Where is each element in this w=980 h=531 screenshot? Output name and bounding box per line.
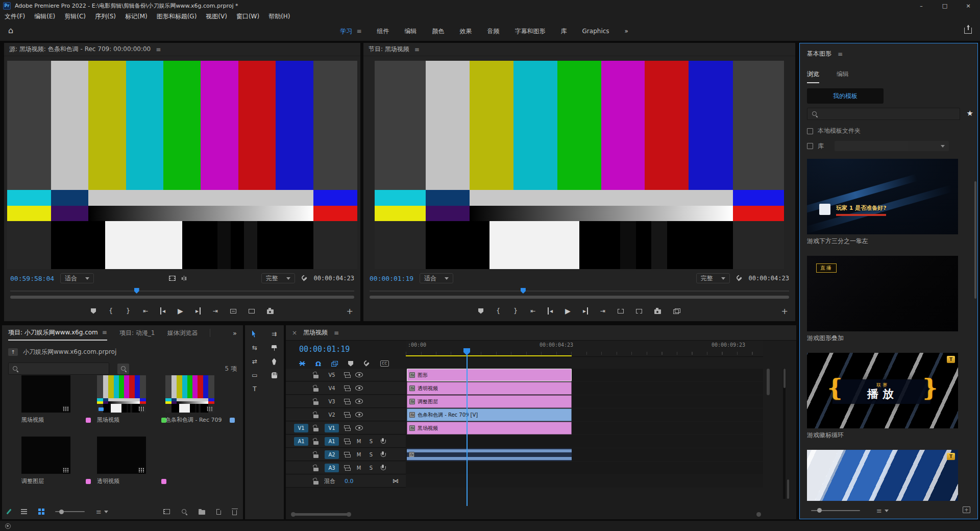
panel-menu-icon[interactable]: ≡: [838, 51, 843, 58]
track-name[interactable]: V3: [328, 399, 335, 404]
type-tool[interactable]: T: [248, 384, 261, 394]
timeline-ruler[interactable]: :00:00 00:00:04:23 00:00:09:23: [406, 341, 763, 357]
tab-browse[interactable]: 浏览: [807, 70, 819, 83]
sync-lock-icon[interactable]: [344, 452, 351, 457]
template-thumbnail[interactable]: 直播: [807, 256, 958, 331]
track-name[interactable]: V4: [328, 385, 335, 391]
clip-audio[interactable]: fx: [407, 448, 572, 461]
thumbnail-size-slider[interactable]: [811, 510, 860, 511]
track-name[interactable]: A1: [325, 437, 339, 446]
panel-menu-icon[interactable]: ≡: [102, 329, 107, 336]
pen-tool[interactable]: [267, 357, 281, 366]
lock-icon[interactable]: [313, 451, 319, 458]
settings-wrench-icon[interactable]: [736, 275, 743, 282]
program-playhead[interactable]: [521, 288, 526, 294]
toggle-track-output-icon[interactable]: [355, 425, 363, 430]
lock-icon[interactable]: [313, 425, 319, 431]
drag-audio-only-icon[interactable]: [182, 275, 186, 281]
lock-icon[interactable]: [313, 465, 319, 471]
extract-button[interactable]: [636, 309, 642, 313]
toggle-track-output-icon[interactable]: [355, 385, 363, 391]
source-quality-select[interactable]: 完整: [261, 273, 295, 283]
source-timecode[interactable]: 00:59:58:04: [10, 275, 54, 282]
home-icon[interactable]: ⌂: [8, 26, 13, 35]
clip-thumbnail[interactable]: [21, 375, 70, 413]
button-editor-button[interactable]: +: [347, 302, 353, 320]
add-marker-icon[interactable]: [348, 361, 353, 367]
sequence-thumbnail[interactable]: [97, 375, 146, 413]
step-back-button[interactable]: ◂: [160, 307, 165, 315]
toggle-track-output-icon[interactable]: [355, 399, 363, 404]
ripple-edit-tool[interactable]: ⇆: [248, 343, 261, 352]
timeline-horizontal-scrollbar[interactable]: [292, 513, 350, 516]
source-playhead[interactable]: [134, 288, 139, 294]
toggle-track-output-icon[interactable]: [355, 412, 363, 417]
menu-window[interactable]: 窗口(W): [232, 11, 264, 21]
navigate-up-icon[interactable]: ↑: [8, 348, 18, 356]
source-scrubber[interactable]: [10, 287, 354, 294]
comparison-view-button[interactable]: [673, 308, 680, 314]
panel-menu-icon[interactable]: ≡: [334, 329, 339, 336]
voiceover-record-icon[interactable]: [380, 438, 386, 445]
mute-button[interactable]: M: [355, 439, 363, 444]
clip-thumbnail[interactable]: [97, 437, 146, 474]
menu-edit[interactable]: 编辑(E): [30, 11, 60, 21]
lock-icon[interactable]: [313, 385, 319, 392]
install-template-icon[interactable]: +: [963, 506, 970, 513]
timeline-tab[interactable]: 黑场视频: [303, 328, 328, 337]
captions-icon[interactable]: CC: [380, 360, 389, 367]
mark-in-button[interactable]: {: [496, 307, 501, 315]
step-forward-button[interactable]: ▸: [583, 307, 588, 315]
lock-icon[interactable]: [313, 478, 319, 485]
mark-out-button[interactable]: }: [126, 307, 131, 315]
menu-graphics[interactable]: 图形和标题(G): [152, 11, 202, 21]
timeline-scroll-handle[interactable]: [756, 512, 761, 517]
workspace-tab-effects[interactable]: 效果: [460, 27, 472, 36]
timeline-settings-icon[interactable]: [363, 360, 370, 367]
source-zoom-select[interactable]: 适合: [60, 273, 94, 283]
workspace-overflow-button[interactable]: »: [625, 28, 628, 35]
sort-icons-button[interactable]: ≡: [96, 508, 108, 516]
clip-bars-and-tone[interactable]: fx 色条和色调 - Rec 709 [V]: [407, 408, 572, 421]
lock-icon[interactable]: [313, 438, 319, 445]
clip-black-video[interactable]: fx 黑场视频: [407, 422, 572, 435]
sync-lock-icon[interactable]: [344, 425, 351, 431]
solo-button[interactable]: S: [367, 452, 375, 457]
sync-lock-icon[interactable]: [344, 465, 351, 471]
library-select[interactable]: [835, 141, 949, 151]
workspace-tab-captions[interactable]: 字幕和图形: [515, 27, 546, 36]
lock-icon[interactable]: [313, 398, 319, 405]
timeline-timecode[interactable]: 00:00:01:19: [299, 345, 350, 354]
source-zoom-scrollbar[interactable]: [10, 296, 354, 299]
sync-lock-icon[interactable]: [344, 439, 351, 444]
maximize-button[interactable]: □: [933, 0, 957, 11]
export-share-icon[interactable]: [964, 28, 972, 34]
track-name[interactable]: A2: [325, 450, 339, 459]
nest-insert-icon[interactable]: [299, 360, 305, 367]
razor-tool[interactable]: [267, 343, 281, 352]
track-name[interactable]: V5: [328, 372, 335, 378]
export-frame-button[interactable]: [654, 308, 661, 314]
workspace-tab-learning[interactable]: 学习≡: [340, 27, 362, 36]
menu-clip[interactable]: 剪辑(C): [60, 11, 90, 21]
program-quality-select[interactable]: 完整: [696, 273, 730, 283]
label-color-swatch[interactable]: [86, 418, 91, 423]
clip-thumbnail[interactable]: [21, 437, 70, 474]
workspace-tab-editing[interactable]: 编辑: [405, 27, 417, 36]
tab-project-x6g[interactable]: 项目: 小刀娱乐网www.x6g.com≡: [8, 325, 107, 341]
label-color-swatch[interactable]: [230, 418, 235, 423]
minimize-button[interactable]: –: [910, 0, 933, 11]
selection-tool[interactable]: [248, 329, 261, 339]
drag-video-only-icon[interactable]: [169, 276, 176, 281]
track-name[interactable]: A3: [325, 464, 339, 472]
program-zoom-scrollbar[interactable]: [370, 296, 789, 299]
export-frame-button[interactable]: [267, 308, 274, 314]
add-marker-button[interactable]: [91, 308, 96, 314]
sync-lock-icon[interactable]: [344, 385, 351, 391]
workspace-tab-graphics[interactable]: Graphics: [582, 28, 609, 35]
go-to-in-button[interactable]: ⇤: [530, 307, 535, 315]
timeline-playhead-line[interactable]: [467, 355, 468, 506]
label-color-swatch[interactable]: [86, 479, 91, 484]
find-icon[interactable]: [181, 509, 187, 515]
snap-magnet-icon[interactable]: Ω: [315, 360, 321, 368]
